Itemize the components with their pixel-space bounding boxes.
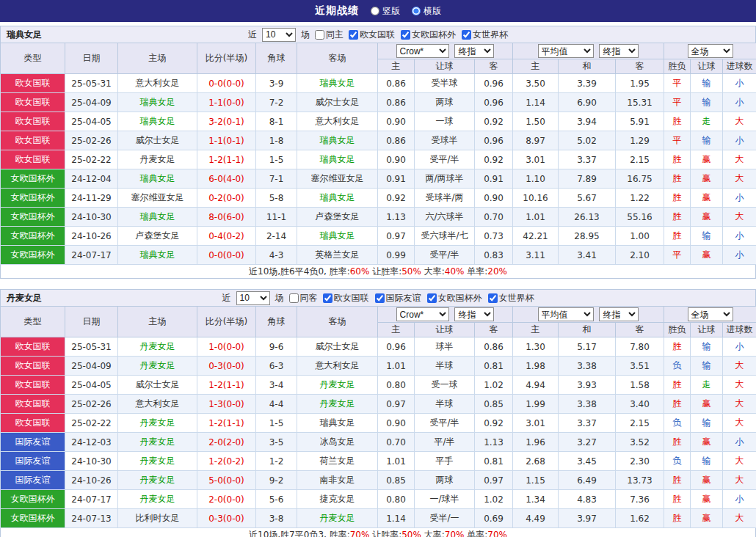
league-filter-checkbox[interactable] <box>349 30 358 40</box>
handicap-odds-home: 1.01 <box>378 452 415 471</box>
result-cell: 胜 <box>664 376 691 395</box>
league-badge: 国际友谊 <box>1 433 65 452</box>
col-odds-handicap: 让球 <box>415 323 475 337</box>
match-row: 欧女国联 25-04-09 丹麦女足 0-3(0-0) 6-3 意大利女足 1.… <box>1 357 756 376</box>
match-row: 欧女国联 25-02-22 丹麦女足 1-2(1-1) 1-5 瑞典女足 0.9… <box>1 150 756 169</box>
score: 6-0(4-0) <box>197 169 256 189</box>
same-home-filter[interactable]: 同主 <box>315 29 344 41</box>
avg-odds-away: 15.31 <box>616 93 664 112</box>
score: 1-2(1-1) <box>197 414 256 433</box>
col-away: 客场 <box>297 307 378 337</box>
final-index-select-2[interactable]: 终指 <box>599 44 639 58</box>
avg-odds-home: 4.94 <box>513 376 559 395</box>
handicap-result-cell: 赢 <box>691 246 723 265</box>
league-badge: 欧女国联 <box>1 395 65 414</box>
handicap-line: 两球 <box>415 471 475 490</box>
layout-horizontal-option[interactable]: 横版 <box>412 5 441 18</box>
summary-segment: 60% <box>350 266 370 277</box>
handicap-odds-away: 0.85 <box>475 395 513 414</box>
away-team: 瑞典女足 <box>297 150 378 169</box>
corners: 4-4 <box>256 395 297 414</box>
home-team: 比利时女足 <box>118 509 197 528</box>
handicap-result-cell: 赢 <box>691 169 723 189</box>
away-team: 丹麦女足 <box>297 395 378 414</box>
handicap-line: 受平/半 <box>415 414 475 433</box>
avg-odds-draw: 26.13 <box>559 208 616 227</box>
result-cell: 平 <box>664 93 691 112</box>
league-filter[interactable]: 女欧国杯外 <box>401 29 456 41</box>
match-row: 国际友谊 24-12-03 丹麦女足 2-0(2-0) 3-5 冰岛女足 0.7… <box>1 433 756 452</box>
league-filter-checkbox[interactable] <box>488 293 498 303</box>
handicap-odds-away: 0.83 <box>475 246 513 265</box>
match-row: 国际友谊 24-10-30 丹麦女足 1-2(0-2) 1-2 荷兰女足 1.0… <box>1 452 756 471</box>
match-date: 24-10-30 <box>65 452 118 471</box>
league-filter[interactable]: 女世界杯 <box>488 292 534 304</box>
result-cell: 胜 <box>664 169 691 189</box>
away-team: 瑞典女足 <box>297 414 378 433</box>
avg-odds-draw: 28.95 <box>559 227 616 246</box>
result-cell: 胜 <box>664 337 691 357</box>
fulltime-select[interactable]: 全场 <box>688 307 733 321</box>
corners: 9-2 <box>256 471 297 490</box>
fulltime-select[interactable]: 全场 <box>688 44 733 58</box>
avg-odds-home: 1.50 <box>513 112 559 131</box>
match-date: 24-12-03 <box>65 433 118 452</box>
avg-odds-draw: 3.94 <box>559 112 616 131</box>
average-select[interactable]: 平均值 <box>538 44 594 58</box>
final-index-select[interactable]: 终指 <box>454 307 494 321</box>
avg-odds-home: 3.11 <box>513 246 559 265</box>
score: 2-0(2-0) <box>197 433 256 452</box>
handicap-line: 受球半/两 <box>415 189 475 208</box>
league-filter-checkbox[interactable] <box>323 293 332 303</box>
summary-segment: 让胜率: <box>369 529 401 537</box>
league-filters: 欧女国联 女欧国杯外 女世界杯 <box>349 29 508 41</box>
bookmaker-select[interactable]: Crow* <box>396 307 449 321</box>
match-date: 25-05-31 <box>65 74 118 93</box>
section-denmark-women: 丹麦女足 近 10 场 同客 欧女国联 国际友谊 <box>0 289 756 537</box>
final-index-select[interactable]: 终指 <box>454 44 494 58</box>
handicap-line: 六/六球半 <box>415 208 475 227</box>
handicap-odds-away: 0.96 <box>475 74 513 93</box>
goals-result-cell: 大 <box>723 357 756 376</box>
bookmaker-select[interactable]: Crow* <box>396 44 449 58</box>
match-count-select[interactable]: 10 <box>236 291 270 305</box>
league-filter[interactable]: 女欧国杯外 <box>427 292 482 304</box>
handicap-odds-away: 0.96 <box>475 131 513 150</box>
layout-vertical-option[interactable]: 竖版 <box>371 5 400 18</box>
avg-odds-draw: 3.38 <box>559 395 616 414</box>
away-team: 瑞典女足 <box>297 227 378 246</box>
league-filter[interactable]: 国际友谊 <box>375 292 421 304</box>
home-team: 意大利女足 <box>118 395 197 414</box>
same-away-filter[interactable]: 同客 <box>289 292 318 304</box>
match-date: 24-11-29 <box>65 189 118 208</box>
league-filter-checkbox[interactable] <box>401 30 410 40</box>
avg-odds-away: 55.16 <box>616 208 664 227</box>
match-date: 24-10-26 <box>65 227 118 246</box>
average-select[interactable]: 平均值 <box>538 307 594 321</box>
result-cell: 平 <box>664 246 691 265</box>
avg-odds-home: 3.50 <box>513 74 559 93</box>
same-home-checkbox[interactable] <box>315 30 324 40</box>
away-team: 瑞典女足 <box>297 131 378 150</box>
match-row: 国际友谊 24-10-26 丹麦女足 5-0(0-0) 9-2 南非女足 0.8… <box>1 471 756 490</box>
match-count-select[interactable]: 10 <box>262 28 296 42</box>
goals-result-cell: 大 <box>723 376 756 395</box>
league-filter[interactable]: 欧女国联 <box>349 29 395 41</box>
league-filter[interactable]: 欧女国联 <box>323 292 369 304</box>
summary-segment: 大率: <box>421 529 445 537</box>
final-index-select-2[interactable]: 终指 <box>599 307 639 321</box>
summary-segment: 近10场,胜7平0负3, 胜率: <box>249 529 350 537</box>
col-date: 日期 <box>65 43 118 74</box>
league-filter-checkbox[interactable] <box>427 293 437 303</box>
summary-segment: 50% <box>401 530 421 537</box>
layout-horizontal-radio[interactable] <box>412 7 421 15</box>
corners: 3-4 <box>256 376 297 395</box>
league-filter-checkbox[interactable] <box>462 30 471 40</box>
league-filter[interactable]: 女世界杯 <box>462 29 508 41</box>
handicap-odds-away: 1.13 <box>475 433 513 452</box>
same-away-checkbox[interactable] <box>289 293 299 303</box>
league-filter-checkbox[interactable] <box>375 293 385 303</box>
handicap-result-cell: 赢 <box>691 471 723 490</box>
layout-vertical-radio[interactable] <box>371 7 379 15</box>
score: 0-0(0-0) <box>197 74 256 93</box>
